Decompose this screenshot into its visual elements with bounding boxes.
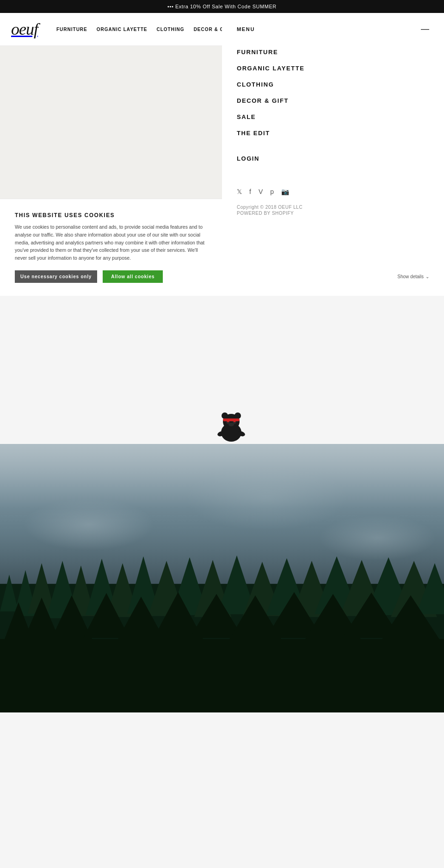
bear-area bbox=[0, 388, 444, 444]
svg-rect-52 bbox=[0, 639, 444, 712]
powered-by-text: POWERED BY SHOPIFY bbox=[237, 211, 429, 216]
site-logo[interactable]: oeuf bbox=[11, 19, 38, 39]
mobile-menu-social: 𝕏 f V p 📷 bbox=[237, 188, 429, 195]
svg-point-9 bbox=[222, 412, 228, 419]
show-details-button[interactable]: Show details ⌄ bbox=[397, 274, 429, 279]
vimeo-icon[interactable]: V bbox=[259, 188, 263, 195]
nav-organic-layette[interactable]: ORGANIC LAYETTE bbox=[97, 27, 148, 32]
mobile-menu-header: MENU — bbox=[237, 24, 429, 34]
mobile-menu-item: SALE bbox=[237, 110, 429, 124]
mobile-menu-item: DECOR & GIFT bbox=[237, 94, 429, 108]
forest-image bbox=[0, 444, 444, 712]
allow-all-cookies-button[interactable]: Allow all cookies bbox=[103, 270, 163, 283]
svg-rect-16 bbox=[223, 418, 240, 421]
hero-left-panel bbox=[0, 46, 222, 199]
nav-clothing[interactable]: CLOTHING bbox=[156, 27, 184, 32]
mobile-menu-item: THE EDIT bbox=[237, 126, 429, 140]
mobile-menu-item: FURNITURE bbox=[237, 45, 429, 59]
bear-mascot bbox=[213, 398, 250, 444]
mobile-nav-login[interactable]: LOGIN bbox=[237, 151, 429, 166]
pinterest-icon[interactable]: p bbox=[270, 188, 274, 195]
mobile-nav-organic-layette[interactable]: ORGANIC LAYETTE bbox=[237, 61, 429, 75]
mobile-menu-close-button[interactable]: — bbox=[421, 24, 429, 34]
site-header: oeuf FURNITURE ORGANIC LAYETTE CLOTHING … bbox=[0, 13, 444, 46]
cookies-text: We use cookies to personalise content an… bbox=[15, 223, 209, 262]
mobile-nav-decor-gift[interactable]: DECOR & GIFT bbox=[237, 94, 429, 108]
tree-silhouettes bbox=[0, 538, 444, 712]
bottom-area bbox=[0, 712, 444, 796]
facebook-icon[interactable]: f bbox=[249, 188, 251, 195]
mobile-menu-overlay: MENU — FURNITURE ORGANIC LAYETTE CLOTHIN… bbox=[222, 13, 444, 228]
instagram-icon[interactable]: 📷 bbox=[281, 188, 289, 195]
announcement-bar: ••• Extra 10% Off Sale With Code SUMMER bbox=[0, 0, 444, 13]
announcement-text: ••• Extra 10% Off Sale With Code SUMMER bbox=[167, 4, 277, 9]
mobile-menu-items: FURNITURE ORGANIC LAYETTE CLOTHING DECOR… bbox=[237, 45, 429, 166]
show-details-label: Show details bbox=[397, 274, 424, 279]
twitter-icon[interactable]: 𝕏 bbox=[237, 188, 242, 195]
mobile-nav-furniture[interactable]: FURNITURE bbox=[237, 45, 429, 59]
mobile-menu-item-login: LOGIN bbox=[237, 151, 429, 166]
mobile-nav-clothing[interactable]: CLOTHING bbox=[237, 77, 429, 92]
svg-point-15 bbox=[228, 423, 234, 426]
mobile-menu-title: MENU bbox=[237, 26, 255, 32]
nav-furniture[interactable]: FURNITURE bbox=[56, 27, 87, 32]
mobile-nav-the-edit[interactable]: THE EDIT bbox=[237, 126, 429, 140]
use-necessary-cookies-button[interactable]: Use necessary cookies only bbox=[15, 270, 97, 283]
mobile-menu-item: ORGANIC LAYETTE bbox=[237, 61, 429, 75]
mobile-nav-sale[interactable]: SALE bbox=[237, 110, 429, 124]
copyright-text: Copyright © 2018 OEUF LLC bbox=[237, 205, 429, 210]
svg-point-10 bbox=[234, 412, 241, 419]
mobile-menu-footer: Copyright © 2018 OEUF LLC POWERED BY SHO… bbox=[237, 205, 429, 216]
chevron-down-icon: ⌄ bbox=[426, 274, 429, 279]
mobile-menu-item: CLOTHING bbox=[237, 77, 429, 92]
cookies-buttons: Use necessary cookies only Allow all coo… bbox=[15, 270, 429, 283]
white-space-section bbox=[0, 296, 444, 388]
